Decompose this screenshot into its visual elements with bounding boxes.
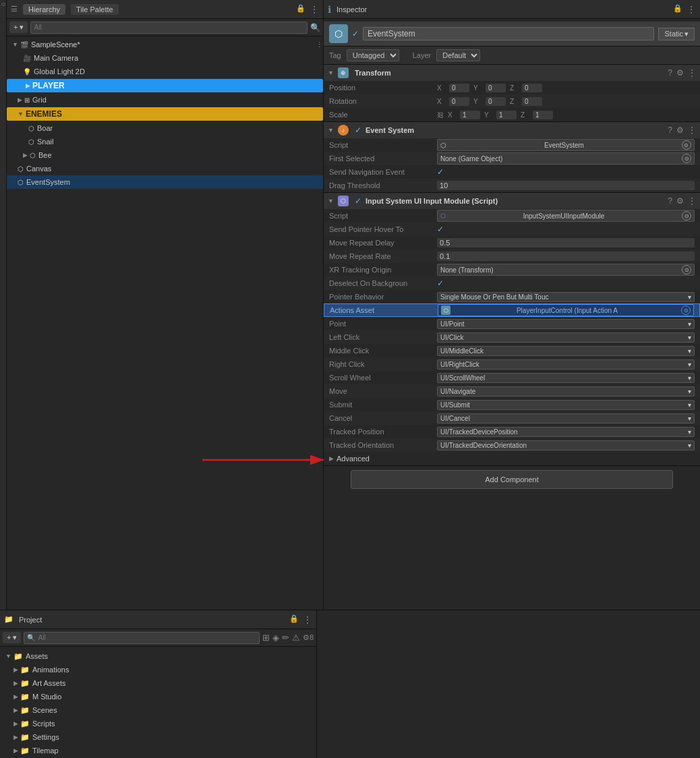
submit-dropdown[interactable]: UI/Submit ▾ [437,400,695,410]
hierarchy-item-eventsystem[interactable]: ⬡ EventSystem [7,175,323,189]
im-script-value[interactable]: ⬡ InputSystemUIInputModule ⊙ [437,210,695,222]
tag-select[interactable]: Untagged [347,49,399,61]
scale-z-input[interactable] [533,111,553,119]
project-search-input[interactable] [35,632,256,644]
cancel-dropdown[interactable]: UI/Cancel ▾ [437,413,695,424]
project-add-button[interactable]: + ▾ [3,632,21,643]
hierarchy-item-boar[interactable]: ⬡ Boar [7,121,323,135]
project-icon5[interactable]: ⚙8 [303,633,314,642]
layer-select[interactable]: Default [436,49,480,61]
position-x-input[interactable] [449,84,469,92]
position-z-input[interactable] [522,84,542,92]
send-nav-checkbox[interactable]: ✓ [437,167,444,177]
kebab-icon[interactable]: ⋮ [310,4,319,15]
input-module-header[interactable]: ▼ ⬡ ✓ Input System UI Input Module (Scri… [324,193,700,209]
hierarchy-item-grid[interactable]: ▶ ⊞ Grid [7,93,323,107]
scene-root-item[interactable]: ▼ 🎬 SampleScene* ⋮ [7,38,323,51]
left-click-dropdown[interactable]: UI/Click ▾ [437,332,695,343]
hierarchy-item-player[interactable]: ▶ PLAYER [7,79,323,92]
event-system-actions: ? ⚙ ⋮ [668,125,696,135]
event-system-header[interactable]: ▼ ♪ ✓ Event System ? ⚙ ⋮ [324,122,700,138]
tracked-position-arrow-icon: ▾ [688,428,691,436]
scroll-wheel-row: Scroll Wheel UI/ScrollWheel ▾ [324,371,700,384]
pointer-behavior-dropdown[interactable]: Single Mouse Or Pen But Multi Touc ▾ [437,292,695,302]
folder-animations[interactable]: ▶ 📁 Animations [3,663,314,676]
project-icon2[interactable]: ◈ [272,633,279,643]
tracked-orientation-dropdown[interactable]: UI/TrackedDeviceOrientation ▾ [437,440,695,450]
assets-root[interactable]: ▼ 📁 Assets [3,649,314,663]
add-component-button[interactable]: Add Component [351,470,673,489]
rotation-x-input[interactable] [449,97,469,106]
active-checkbox[interactable]: ✓ [352,29,359,38]
settings-icon[interactable]: ⚙ [676,68,684,78]
first-selected-value[interactable]: None (Game Object) ⊙ [437,152,695,165]
move-repeat-delay-row: Move Repeat Delay [324,236,700,250]
kebab-icon[interactable]: ⋮ [303,614,312,625]
help-icon[interactable]: ? [668,68,672,78]
kebab-icon[interactable]: ⋮ [688,68,696,78]
scripts-arrow: ▶ [13,720,18,727]
hierarchy-item-bee[interactable]: ▶ ⬡ Bee [7,148,323,162]
hierarchy-item-main-camera[interactable]: 🎥 Main Camera [7,51,323,65]
actions-asset-value[interactable]: ⬡ PlayerInputControl (Input Action A ⊙ [438,304,694,316]
static-button[interactable]: Static ▾ [658,28,695,40]
folder-scenes[interactable]: ▶ 📁 Scenes [3,703,314,717]
scroll-wheel-dropdown[interactable]: UI/ScrollWheel ▾ [437,373,695,383]
move-repeat-rate-input[interactable] [437,252,695,261]
search-input[interactable] [30,22,308,34]
actions-asset-target[interactable]: ⊙ [681,305,691,315]
kebab-icon[interactable]: ⋮ [688,125,696,135]
position-y-input[interactable] [486,84,506,92]
help-icon[interactable]: ? [668,196,672,206]
right-click-dropdown[interactable]: UI/RightClick ▾ [437,359,695,370]
project-icon3[interactable]: ✏ [282,633,289,643]
camera-icon: 🎥 [23,55,31,62]
help-icon[interactable]: ? [668,125,672,135]
tracked-position-dropdown[interactable]: UI/TrackedDevicePosition ▾ [437,427,695,437]
bee-icon: ⬡ [30,152,36,159]
folder-tilemap[interactable]: ▶ 📁 Tilemap [3,744,314,757]
drag-threshold-input[interactable] [437,181,695,190]
folder-m-studio[interactable]: ▶ 📁 M Studio [3,690,314,703]
settings-icon[interactable]: ⚙ [676,125,684,135]
point-dropdown[interactable]: UI/Point ▾ [437,319,695,329]
folder-scripts[interactable]: ▶ 📁 Scripts [3,717,314,730]
event-system-checkbox[interactable]: ✓ [355,125,361,135]
item-label: Boar [37,124,53,132]
kebab-icon[interactable]: ⋮ [688,196,696,206]
middle-click-dropdown[interactable]: UI/MiddleClick ▾ [437,346,695,356]
es-script-value[interactable]: ⬡ EventSystem ⊙ [437,139,695,151]
search-icon[interactable]: 🔍 [310,23,320,32]
project-icon4[interactable]: ⚠ [292,633,300,643]
move-dropdown[interactable]: UI/Navigate ▾ [437,386,695,397]
scene-menu-icon[interactable]: ⋮ [316,40,323,49]
im-script-text: InputSystemUIInputModule [523,212,605,220]
hierarchy-item-snail[interactable]: ⬡ Snail [7,135,323,148]
tab-hierarchy[interactable]: Hierarchy [23,4,65,15]
rotation-z-input[interactable] [522,97,542,106]
object-name-input[interactable] [363,27,654,40]
input-module-checkbox[interactable]: ✓ [355,196,361,206]
xr-tracking-value[interactable]: None (Transform) ⊙ [437,264,695,276]
scale-x-input[interactable] [460,111,480,119]
rotation-y-input[interactable] [486,97,506,106]
xr-tracking-target[interactable]: ⊙ [682,265,691,274]
hierarchy-item-enemies[interactable]: ▼ ENEMIES [7,107,323,121]
first-selected-target[interactable]: ⊙ [682,154,691,163]
folder-art-assets[interactable]: ▶ 📁 Art Assets [3,676,314,690]
scale-y-input[interactable] [496,111,517,119]
hierarchy-item-canvas[interactable]: ⬡ Canvas [7,162,323,175]
tab-tile-palette[interactable]: Tile Palette [71,4,119,15]
move-repeat-delay-input[interactable] [437,238,695,247]
project-icon1[interactable]: ⊞ [262,633,270,643]
settings-icon[interactable]: ⚙ [676,196,684,206]
folder-settings[interactable]: ▶ 📁 Settings [3,730,314,744]
add-button[interactable]: + ▾ [9,22,28,33]
send-pointer-checkbox[interactable]: ✓ [437,225,444,234]
kebab-icon[interactable]: ⋮ [687,4,696,15]
es-script-target[interactable]: ⊙ [682,140,691,150]
hierarchy-item-global-light[interactable]: 💡 Global Light 2D [7,65,323,78]
deselect-bg-checkbox[interactable]: ✓ [437,279,444,288]
im-script-target[interactable]: ⊙ [682,211,691,221]
transform-header[interactable]: ▼ ⊕ Transform ? ⚙ ⋮ [324,65,700,81]
